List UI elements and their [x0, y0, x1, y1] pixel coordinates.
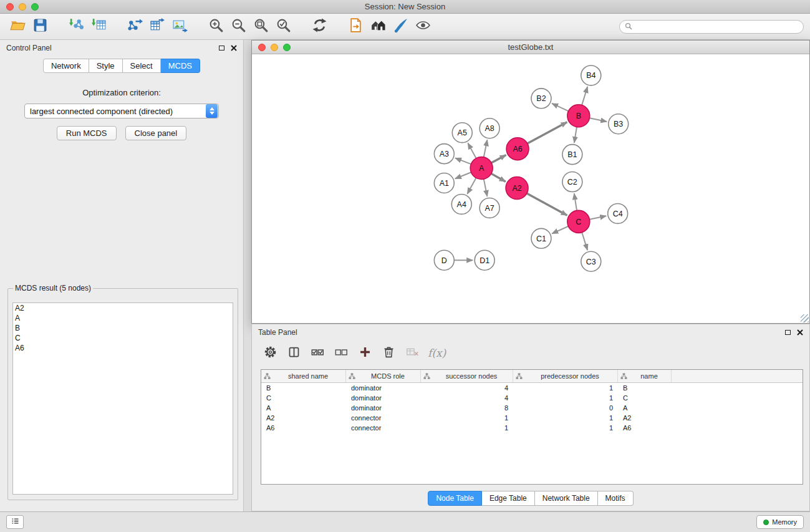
hide-panels-button[interactable] [367, 17, 389, 37]
mcds-result-item[interactable]: A6 [13, 343, 233, 353]
mcds-result-item[interactable]: A2 [13, 303, 233, 313]
mcds-result-item[interactable]: C [13, 333, 233, 343]
graph-node-B3[interactable]: B3 [609, 114, 629, 134]
graph-edge-A-A6[interactable] [491, 155, 506, 163]
export-network-button[interactable] [123, 17, 146, 37]
graph-node-B[interactable]: B [567, 105, 590, 127]
graph-edge-A-A8[interactable] [484, 140, 488, 157]
zoom-fit-button[interactable] [249, 17, 272, 37]
graph-edge-A-A1[interactable] [455, 172, 471, 178]
table-settings-button[interactable] [261, 344, 279, 362]
graph-node-C1[interactable]: C1 [531, 228, 551, 248]
import-table-button[interactable] [87, 17, 110, 37]
open-session-button[interactable] [6, 17, 29, 37]
function-builder-button[interactable]: f(x) [428, 347, 446, 359]
graph-node-A3[interactable]: A3 [434, 144, 454, 164]
graph-edge-A-A5[interactable] [468, 143, 476, 158]
mcds-result-item[interactable]: A [13, 313, 233, 323]
export-image-button[interactable] [168, 17, 191, 37]
deselect-all-button[interactable] [332, 344, 350, 362]
tab-network-table[interactable]: Network Table [535, 491, 598, 506]
tab-style[interactable]: Style [89, 59, 123, 73]
graph-node-D[interactable]: D [434, 250, 454, 270]
search-input[interactable] [635, 22, 798, 31]
graph-edge-B-B2[interactable] [552, 104, 568, 111]
graph-edge-C-C4[interactable] [589, 216, 606, 220]
table-row[interactable]: Cdominator41C [261, 393, 803, 403]
delete-column-button[interactable] [379, 344, 398, 362]
graphics-details-button[interactable] [412, 17, 434, 37]
criterion-dropdown[interactable]: largest connected component (directed) [24, 104, 219, 118]
graph-node-C[interactable]: C [567, 210, 590, 233]
first-neighbors-button[interactable] [344, 17, 367, 37]
graph-edge-C-C3[interactable] [582, 233, 587, 251]
tab-motifs[interactable]: Motifs [598, 491, 634, 506]
network-zoom-button[interactable] [283, 44, 291, 51]
graph-node-C2[interactable]: C2 [562, 172, 582, 192]
run-mcds-button[interactable]: Run MCDS [57, 126, 117, 140]
graph-edge-A-A4[interactable] [467, 178, 476, 194]
close-panel-icon[interactable] [231, 45, 237, 51]
graph-edge-A-A2[interactable] [491, 173, 506, 181]
zoom-selected-button[interactable] [272, 17, 294, 37]
graph-edge-B-B3[interactable] [589, 118, 607, 122]
close-panel-button[interactable]: Close panel [125, 126, 187, 140]
graph-node-B2[interactable]: B2 [531, 89, 551, 109]
window-close-button[interactable] [6, 3, 14, 11]
mcds-result-item[interactable]: B [13, 323, 233, 333]
table-row[interactable]: A6connector11A6 [261, 423, 803, 433]
graph-node-A8[interactable]: A8 [480, 118, 499, 138]
graph-edge-A6-B[interactable] [528, 122, 567, 143]
graph-edge-B-B4[interactable] [582, 87, 587, 105]
tab-network[interactable]: Network [43, 59, 89, 73]
float-table-panel-icon[interactable] [785, 330, 791, 335]
export-table-button[interactable] [146, 17, 168, 37]
window-zoom-button[interactable] [31, 3, 39, 11]
network-close-button[interactable] [258, 44, 266, 51]
graph-node-B4[interactable]: B4 [581, 65, 601, 85]
graph-edge-C-C1[interactable] [552, 226, 568, 234]
network-canvas[interactable]: B4B2BB3A5A8A6A3B1AC2A1A2A4A7C4CC1DD1C3 [252, 54, 809, 323]
float-panel-icon[interactable] [219, 46, 224, 51]
zoom-in-button[interactable] [205, 17, 227, 37]
task-history-button[interactable] [6, 515, 24, 529]
window-minimize-button[interactable] [19, 3, 26, 11]
table-row[interactable]: Adominator80A [261, 403, 803, 413]
tab-select[interactable]: Select [123, 59, 161, 73]
graph-edge-B-B1[interactable] [574, 127, 577, 143]
column-header-shared-name[interactable]: shared name [261, 370, 346, 382]
network-minimize-button[interactable] [271, 44, 278, 51]
graph-edge-A-A7[interactable] [484, 179, 488, 196]
graph-node-B1[interactable]: B1 [562, 145, 582, 165]
column-header-mcds-role[interactable]: MCDS role [346, 370, 421, 382]
graph-edge-A-A3[interactable] [455, 158, 471, 164]
graph-node-A5[interactable]: A5 [452, 123, 472, 143]
memory-button[interactable]: Memory [756, 515, 804, 529]
column-header-name[interactable]: name [618, 370, 672, 382]
graph-node-D1[interactable]: D1 [475, 250, 494, 270]
graph-node-A6[interactable]: A6 [506, 138, 529, 160]
save-session-button[interactable] [29, 17, 51, 37]
style-brush-button[interactable] [389, 17, 412, 37]
close-table-panel-icon[interactable] [797, 329, 803, 336]
graph-edge-A2-C[interactable] [527, 193, 567, 215]
graph-node-A7[interactable]: A7 [480, 198, 499, 218]
network-graph[interactable]: B4B2BB3A5A8A6A3B1AC2A1A2A4A7C4CC1DD1C3 [252, 54, 809, 323]
graph-node-A1[interactable]: A1 [434, 173, 454, 193]
graph-node-A2[interactable]: A2 [506, 177, 528, 200]
tab-edge-table[interactable]: Edge Table [482, 491, 535, 506]
mcds-result-list[interactable]: A2ABCA6 [12, 302, 233, 495]
import-network-button[interactable] [65, 17, 87, 37]
table-row[interactable]: Bdominator41B [261, 383, 803, 393]
select-all-button[interactable] [308, 344, 327, 362]
window-resize-handle[interactable] [801, 314, 809, 322]
apply-layout-button[interactable] [308, 17, 330, 37]
network-window-titlebar[interactable]: testGlobe.txt [252, 41, 809, 54]
graph-node-C4[interactable]: C4 [608, 203, 628, 223]
column-header-predecessor-nodes[interactable]: predecessor nodes [513, 370, 618, 382]
graph-edge-C-C2[interactable] [574, 193, 577, 210]
delete-table-button[interactable] [403, 344, 422, 362]
column-header-successor-nodes[interactable]: successor nodes [421, 370, 513, 382]
create-column-button[interactable] [355, 344, 374, 362]
search-field[interactable] [619, 20, 804, 34]
